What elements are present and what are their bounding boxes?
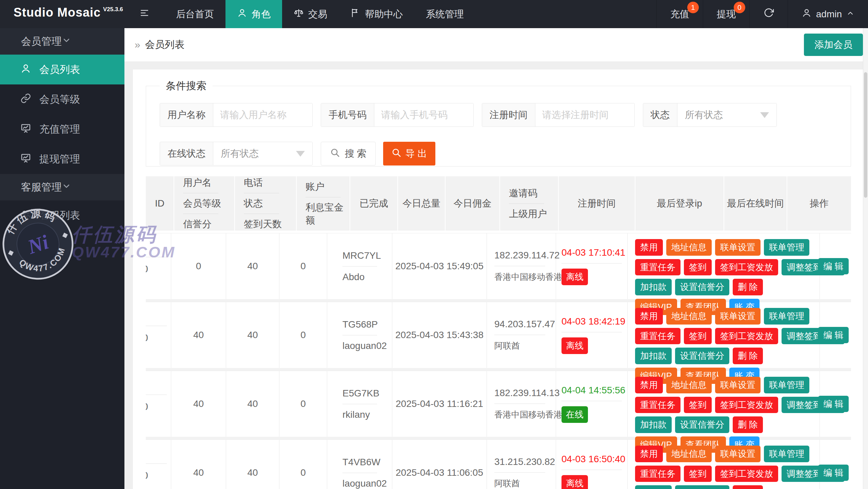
action-add-deduct-funds[interactable]: 加扣款	[635, 485, 672, 489]
tab-help-center[interactable]: 帮助中心	[339, 0, 414, 28]
cell-last-login-ip: 182.239.114.13 香港中国移动香港	[487, 371, 556, 437]
sidebar-group-support-management[interactable]: 客服管理	[0, 174, 124, 200]
action-edit[interactable]: 编 辑	[818, 396, 848, 412]
action-add-deduct-funds[interactable]: 加扣款	[635, 348, 672, 364]
action-delete[interactable]: 删 除	[733, 485, 763, 489]
action-set-credit-score[interactable]: 设置信誉分	[675, 348, 729, 364]
online-state-badge: 离线	[561, 269, 588, 285]
table-row: 0 40 40 0 E5G7KB rkilany 2025-04-03 11:1…	[146, 371, 851, 437]
recharge-button[interactable]: 充值 1	[656, 0, 703, 28]
action-linked-order-settings[interactable]: 联单设置	[715, 446, 761, 462]
add-member-button[interactable]: 添加会员	[804, 34, 863, 56]
cell-clipped: 0	[146, 371, 171, 437]
action-edit[interactable]: 编 辑	[818, 327, 848, 344]
action-check-in-salary[interactable]: 签到工资发放	[715, 397, 778, 413]
cell-value-3: 0	[279, 440, 327, 489]
last-online-time: 04-03 17:10:41	[561, 247, 625, 258]
action-linked-order-manage[interactable]: 联单管理	[764, 377, 809, 393]
ip-location: 香港中国移动香港	[494, 271, 562, 282]
action-edit[interactable]: 编 辑	[818, 465, 848, 481]
action-buttons: 禁用地址信息联单设置联单管理重置任务签到签到工资发放调整签到天数加扣款设置信誉分…	[628, 371, 820, 437]
action-edit[interactable]: 编 辑	[818, 258, 848, 275]
action-address-info[interactable]: 地址信息	[666, 446, 712, 462]
action-check-in-salary[interactable]: 签到工资发放	[715, 259, 778, 276]
action-delete[interactable]: 删 除	[733, 348, 763, 364]
online-status-label: 在线状态	[160, 142, 213, 165]
action-check-in[interactable]: 签到	[684, 328, 712, 345]
action-check-in[interactable]: 签到	[684, 397, 712, 413]
link-icon	[20, 93, 31, 106]
action-reset-tasks[interactable]: 重置任务	[635, 328, 680, 345]
action-check-in-salary[interactable]: 签到工资发放	[715, 328, 778, 345]
action-buttons: 禁用地址信息联单设置联单管理重置任务签到签到工资发放调整签到天数加扣款设置信誉分…	[628, 440, 820, 489]
action-linked-order-manage[interactable]: 联单管理	[764, 446, 809, 462]
refresh-button[interactable]	[749, 0, 788, 28]
action-check-in[interactable]: 签到	[684, 259, 712, 276]
cell-invite-code: TG568P laoguan02	[327, 302, 392, 368]
action-add-deduct-funds[interactable]: 加扣款	[635, 279, 672, 295]
parent-user: Abdo	[342, 272, 364, 282]
collapse-sidebar-button[interactable]	[124, 0, 164, 28]
withdraw-badge: 0	[734, 2, 745, 13]
cell-value-2: 40	[226, 233, 279, 299]
action-linked-order-manage[interactable]: 联单管理	[764, 308, 809, 325]
action-disable[interactable]: 禁用	[635, 308, 663, 325]
status-select[interactable]: 所有状态	[677, 103, 776, 126]
action-check-in-salary[interactable]: 签到工资发放	[715, 466, 778, 482]
chevron-up-icon	[846, 9, 854, 20]
status-group: 状态 所有状态	[643, 103, 777, 127]
member-list-page: Studio Mosaic V25.3.6 后台首页 角色 交易	[0, 0, 868, 489]
action-linked-order-settings[interactable]: 联单设置	[715, 239, 761, 256]
action-linked-order-settings[interactable]: 联单设置	[715, 377, 761, 393]
action-check-in[interactable]: 签到	[684, 466, 712, 482]
action-linked-order-settings[interactable]: 联单设置	[715, 308, 761, 325]
col-last-online-time: 最后在线时间	[724, 176, 787, 231]
action-reset-tasks[interactable]: 重置任务	[635, 259, 680, 276]
action-add-deduct-funds[interactable]: 加扣款	[635, 416, 672, 433]
sidebar-item-member-level[interactable]: 会员等级	[0, 84, 124, 114]
action-disable[interactable]: 禁用	[635, 377, 663, 393]
action-disable[interactable]: 禁用	[635, 239, 663, 256]
sidebar-item-support-list[interactable]: 客服列表	[0, 200, 124, 230]
sidebar-group-member-management[interactable]: 会员管理	[0, 28, 124, 55]
action-address-info[interactable]: 地址信息	[666, 239, 712, 256]
cell-clipped: 0	[146, 302, 171, 368]
tab-trade[interactable]: 交易	[282, 0, 339, 28]
cell-reg-time: 2025-04-03 11:06:05	[392, 440, 487, 489]
sidebar-item-withdraw-management[interactable]: 提现管理	[0, 144, 124, 174]
action-set-credit-score[interactable]: 设置信誉分	[675, 279, 729, 295]
action-delete[interactable]: 删 除	[733, 416, 763, 433]
chevron-down-icon	[62, 181, 71, 193]
tab-home[interactable]: 后台首页	[164, 0, 225, 28]
export-button[interactable]: 导 出	[383, 142, 435, 165]
action-reset-tasks[interactable]: 重置任务	[635, 466, 680, 482]
reg-time-input[interactable]	[535, 103, 634, 126]
action-set-credit-score[interactable]: 设置信誉分	[675, 416, 729, 433]
ip-location: 阿联酋	[494, 340, 520, 351]
search-button[interactable]: 搜 索	[321, 142, 376, 165]
action-address-info[interactable]: 地址信息	[666, 377, 712, 393]
breadcrumb: 会员列表	[145, 38, 184, 52]
sidebar-item-member-list[interactable]: 会员列表	[0, 55, 124, 84]
chevron-down-icon	[62, 36, 71, 47]
username-input[interactable]	[213, 103, 312, 126]
status-label: 状态	[643, 103, 677, 126]
scrollbar-thumb[interactable]	[864, 72, 867, 198]
online-status-select[interactable]: 所有状态	[213, 142, 312, 165]
tab-roles[interactable]: 角色	[225, 0, 282, 28]
user-icon	[20, 63, 31, 76]
tab-system[interactable]: 系统管理	[414, 0, 475, 28]
action-set-credit-score[interactable]: 设置信誉分	[675, 485, 729, 489]
action-linked-order-manage[interactable]: 联单管理	[764, 239, 809, 256]
action-delete[interactable]: 删 除	[733, 279, 763, 295]
cell-value-1: 40	[171, 302, 226, 368]
col-actions: 操作	[787, 176, 851, 231]
content-panel: 条件搜索 用户名称 手机号码 注册时间 状态 所有状态	[133, 70, 863, 489]
action-disable[interactable]: 禁用	[635, 446, 663, 462]
action-reset-tasks[interactable]: 重置任务	[635, 397, 680, 413]
admin-menu[interactable]: admin	[788, 0, 868, 28]
phone-input[interactable]	[374, 103, 473, 126]
action-address-info[interactable]: 地址信息	[666, 308, 712, 325]
sidebar-item-recharge-management[interactable]: 充值管理	[0, 114, 124, 144]
withdraw-button[interactable]: 提现 0	[703, 0, 749, 28]
